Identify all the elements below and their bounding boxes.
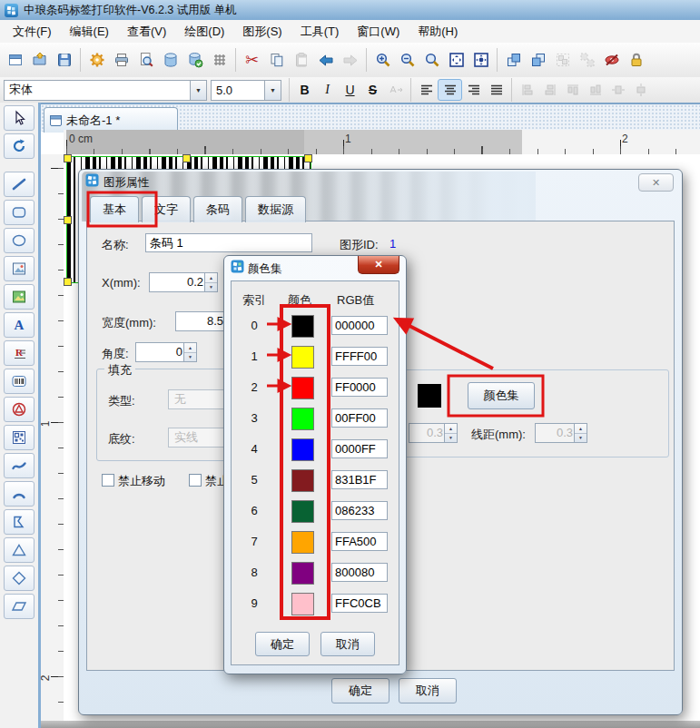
open-folder-icon[interactable]	[27, 48, 52, 73]
document-tab[interactable]: 未命名-1 *	[44, 107, 178, 133]
name-input[interactable]	[145, 233, 312, 252]
color-swatch[interactable]	[291, 531, 314, 554]
color-ok-button[interactable]: 确定	[255, 632, 310, 656]
chevron-down-icon[interactable]: ▼	[264, 81, 281, 100]
tab-barcode[interactable]: 条码	[193, 196, 242, 222]
checkbox-icon[interactable]	[102, 474, 114, 487]
color-swatch[interactable]	[291, 377, 314, 399]
color-swatch[interactable]	[291, 469, 314, 492]
qr-code-icon[interactable]	[4, 425, 35, 450]
menu-window[interactable]: 窗口(W)	[348, 21, 409, 43]
save-icon[interactable]	[52, 48, 76, 73]
color-swatch[interactable]	[291, 562, 314, 585]
rounded-rect-icon[interactable]	[4, 200, 35, 225]
selection-handle[interactable]	[304, 154, 312, 162]
selection-handle[interactable]	[64, 216, 72, 224]
strikethrough-button[interactable]: S	[361, 80, 384, 100]
color-swatch[interactable]	[291, 408, 314, 430]
chevron-down-icon[interactable]: ▼	[190, 81, 206, 100]
align-left-icon[interactable]	[415, 80, 438, 100]
x-spinner[interactable]: 0.2 ▲▼	[149, 272, 218, 292]
text-icon[interactable]: A	[4, 312, 35, 338]
menu-help[interactable]: 帮助(H)	[409, 21, 467, 43]
horizontal-scrollbar[interactable]	[41, 721, 700, 728]
spin-buttons[interactable]: ▲▼	[204, 273, 217, 291]
close-icon[interactable]: ✕	[638, 173, 674, 192]
rich-text-icon[interactable]: R	[4, 340, 35, 366]
rgb-value-field[interactable]	[331, 439, 388, 458]
color-swatch[interactable]	[291, 438, 314, 461]
align-right-icon[interactable]	[462, 80, 485, 100]
menu-draw[interactable]: 绘图(D)	[175, 21, 233, 43]
menu-edit[interactable]: 编辑(E)	[61, 21, 118, 43]
database-icon[interactable]	[158, 48, 182, 73]
send-to-back-icon[interactable]	[526, 48, 550, 73]
angle-spinner[interactable]: 0 ▲▼	[135, 342, 197, 362]
tab-text[interactable]: 文字	[142, 196, 191, 222]
settings-gear-icon[interactable]	[84, 48, 109, 73]
zoom-out-icon[interactable]	[395, 48, 419, 73]
close-icon[interactable]: ✕	[358, 256, 399, 274]
color-set-button[interactable]: 颜色集	[468, 382, 535, 409]
color-swatch[interactable]	[291, 315, 314, 338]
rgb-value-field[interactable]	[331, 501, 388, 520]
selection-handle[interactable]	[64, 278, 72, 286]
print-icon[interactable]	[109, 48, 133, 73]
menu-shape[interactable]: 图形(S)	[233, 21, 291, 43]
select-cursor-icon[interactable]	[4, 105, 35, 131]
font-size-select[interactable]: 5.0 ▼	[211, 80, 281, 101]
bring-to-front-icon[interactable]	[501, 48, 526, 73]
print-preview-icon[interactable]	[133, 48, 158, 73]
color-cancel-button[interactable]: 取消	[320, 632, 375, 656]
tab-basic[interactable]: 基本	[90, 196, 139, 222]
font-family-select[interactable]: 宋体 ▼	[4, 80, 207, 101]
checkbox-lock-move[interactable]: 禁止移动	[102, 473, 165, 489]
zoom-in-icon[interactable]	[370, 48, 395, 73]
menu-tools[interactable]: 工具(T)	[291, 21, 349, 43]
image-frame-icon[interactable]	[4, 256, 35, 281]
ellipse-icon[interactable]	[4, 228, 35, 253]
new-document-icon[interactable]	[3, 48, 27, 73]
underline-button[interactable]: U	[339, 80, 361, 100]
rgb-value-field[interactable]	[331, 378, 388, 397]
grid-icon[interactable]	[207, 48, 232, 73]
barcode-icon[interactable]	[4, 369, 35, 394]
spin-buttons[interactable]: ▲▼	[183, 343, 196, 361]
cut-icon[interactable]: ✂	[240, 48, 264, 73]
menu-view[interactable]: 查看(V)	[118, 21, 175, 43]
rgb-value-field[interactable]	[331, 347, 388, 366]
checkbox-icon[interactable]	[189, 474, 202, 487]
undo-icon[interactable]	[313, 48, 338, 73]
line-icon[interactable]	[4, 172, 35, 197]
rgb-value-field[interactable]	[331, 470, 388, 489]
tab-datasource[interactable]: 数据源	[245, 196, 306, 222]
selection-handle[interactable]	[64, 154, 72, 162]
polygon-icon[interactable]	[4, 509, 35, 535]
copy-icon[interactable]	[264, 48, 289, 73]
fit-window-icon[interactable]	[444, 48, 468, 73]
triangle-icon[interactable]	[4, 537, 35, 563]
color-swatch[interactable]	[291, 593, 314, 615]
menu-file[interactable]: 文件(F)	[4, 21, 61, 43]
color-swatch[interactable]	[291, 346, 314, 369]
rgb-value-field[interactable]	[331, 408, 388, 428]
rgb-value-field[interactable]	[331, 316, 388, 335]
properties-cancel-button[interactable]: 取消	[399, 678, 457, 703]
bold-button[interactable]: B	[293, 80, 316, 100]
zoom-icon[interactable]	[419, 48, 444, 73]
align-center-icon[interactable]	[438, 79, 462, 101]
seal-icon[interactable]	[4, 397, 35, 422]
rotate-icon[interactable]	[4, 133, 35, 159]
line-color-swatch[interactable]	[418, 384, 441, 408]
color-swatch[interactable]	[291, 500, 314, 523]
italic-button[interactable]: I	[316, 80, 339, 100]
rgb-value-field[interactable]	[331, 532, 388, 551]
rgb-value-field[interactable]	[331, 563, 388, 582]
curve-icon[interactable]	[4, 453, 35, 478]
database-check-icon[interactable]	[182, 48, 207, 73]
rgb-value-field[interactable]	[331, 594, 388, 613]
image-icon[interactable]	[4, 284, 35, 310]
hide-object-icon[interactable]	[599, 48, 624, 73]
fit-object-icon[interactable]	[468, 48, 493, 73]
lock-object-icon[interactable]	[624, 48, 648, 73]
